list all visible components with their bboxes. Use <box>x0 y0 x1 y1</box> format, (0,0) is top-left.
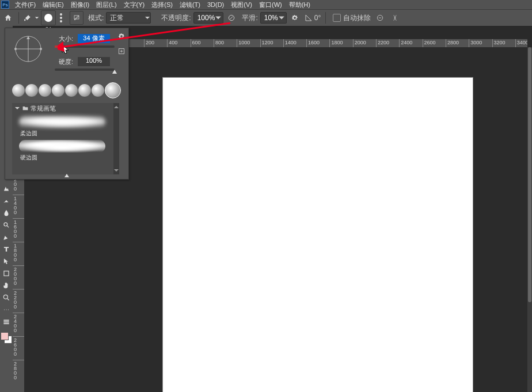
scroll-down-icon[interactable] <box>113 168 119 173</box>
edit-toolbar-button[interactable] <box>1 317 12 327</box>
mode-label: 模式: <box>88 13 104 23</box>
ruler-tick: 3000 <box>469 39 493 47</box>
brush-settings-button[interactable] <box>70 11 83 25</box>
brush-options-button[interactable] <box>118 33 125 41</box>
brush-angle-preview[interactable] <box>13 34 43 64</box>
brush-tip[interactable] <box>65 84 78 97</box>
foreground-color-swatch[interactable] <box>1 332 9 340</box>
brush-tool-icon[interactable] <box>21 12 34 24</box>
angle-control[interactable]: 0° <box>305 14 321 22</box>
brush-tip[interactable] <box>78 84 91 97</box>
brush-tip[interactable] <box>39 84 51 97</box>
brush-dot-icon <box>44 14 52 22</box>
brush-tip[interactable] <box>92 84 104 97</box>
smoothing-input[interactable]: 10% <box>260 12 287 24</box>
hand-tool[interactable] <box>1 280 12 291</box>
divider <box>18 12 19 24</box>
menu-filter[interactable]: 滤镜(T) <box>176 0 204 9</box>
hardness-label: 硬度: <box>47 58 73 66</box>
menu-type[interactable]: 文字(Y) <box>120 0 149 9</box>
dodge-tool[interactable] <box>1 220 12 230</box>
brush-preview-button[interactable]: 34 <box>41 10 56 25</box>
ruler-tick: 2600 <box>423 39 447 47</box>
scrollbar-thumb[interactable] <box>528 47 531 302</box>
ruler-tick: 400 <box>167 39 192 47</box>
size-slider-handle[interactable] <box>60 47 65 51</box>
hardness-slider-handle[interactable] <box>112 70 117 74</box>
new-brush-button[interactable] <box>118 48 125 56</box>
hardness-slider-track[interactable] <box>55 68 115 71</box>
menu-help[interactable]: 帮助(H) <box>286 0 314 9</box>
symmetry-button[interactable] <box>389 12 401 24</box>
svg-rect-9 <box>3 320 9 321</box>
ruler-tick: 600 <box>191 39 215 47</box>
svg-point-16 <box>40 48 42 50</box>
ruler-tick: 200 <box>144 39 169 47</box>
mode-value: 正常 <box>110 13 145 23</box>
options-bar: 34 模式: 正常 不透明度: 100% 平滑: 10% 0° 自动抹除 <box>0 9 532 26</box>
svg-rect-10 <box>3 321 9 322</box>
smoothing-label: 平滑: <box>242 13 257 23</box>
type-tool[interactable] <box>1 244 12 254</box>
brush-tip-selected[interactable] <box>105 82 121 98</box>
home-button[interactable] <box>0 10 16 26</box>
zoom-tool[interactable] <box>1 292 12 303</box>
brush-preset-label: 硬边圆 <box>20 154 119 162</box>
blur-tool[interactable] <box>1 208 12 218</box>
svg-point-6 <box>4 309 5 310</box>
menu-image[interactable]: 图像(I) <box>67 0 93 9</box>
smoothing-options-button[interactable] <box>289 12 301 24</box>
svg-point-15 <box>14 48 17 50</box>
ruler-tick: 1200 <box>260 39 285 47</box>
pressure-opacity-button[interactable] <box>226 12 237 24</box>
ruler-tick: 2200 <box>376 39 401 47</box>
tool-preset-dropdown[interactable] <box>34 16 40 20</box>
mode-select[interactable]: 正常 <box>106 12 151 24</box>
menu-edit[interactable]: 编辑(E) <box>39 0 67 9</box>
menu-layer[interactable]: 图层(L) <box>93 0 120 9</box>
app-logo: Ps <box>1 1 9 9</box>
brush-tip-strip <box>12 83 121 97</box>
size-label: 大小: <box>47 35 73 43</box>
pressure-size-button[interactable] <box>374 12 386 24</box>
brush-list-scrollbar[interactable] <box>113 103 119 174</box>
brush-preset-hard-round[interactable] <box>19 140 105 153</box>
opacity-label: 不透明度: <box>161 13 191 23</box>
document-canvas[interactable] <box>162 77 473 392</box>
svg-rect-4 <box>4 271 9 276</box>
size-input[interactable]: 34 像素 <box>78 34 110 43</box>
svg-point-5 <box>3 295 7 299</box>
menu-select[interactable]: 选择(S) <box>148 0 176 9</box>
brush-folder-label: 常规画笔 <box>31 104 56 113</box>
brush-tip[interactable] <box>52 84 64 97</box>
resize-handle-icon[interactable] <box>64 174 69 177</box>
scroll-up-icon[interactable] <box>113 104 119 110</box>
clone-stamp-tool[interactable] <box>1 184 12 194</box>
menu-window[interactable]: 窗口(W) <box>256 0 286 9</box>
shape-tool[interactable] <box>1 268 12 279</box>
brush-panel-toggle[interactable] <box>57 11 65 25</box>
menu-bar: Ps 文件(F) 编辑(E) 图像(I) 图层(L) 文字(Y) 选择(S) 滤… <box>0 0 532 9</box>
opacity-input[interactable]: 100% <box>193 12 224 24</box>
smoothing-value: 10% <box>264 14 278 22</box>
menu-3d[interactable]: 3D(D) <box>204 0 227 9</box>
brush-folder[interactable]: 常规画笔 <box>12 103 119 113</box>
brush-tip[interactable] <box>25 84 38 97</box>
extras-tool[interactable] <box>1 305 12 315</box>
menu-view[interactable]: 视图(V) <box>227 0 256 9</box>
ruler-tick: 1600 <box>306 39 331 47</box>
svg-rect-11 <box>3 323 9 324</box>
brush-preset-label: 柔边圆 <box>20 130 119 138</box>
pen-tool[interactable] <box>1 232 12 242</box>
ruler-tick: 2800 <box>446 39 470 47</box>
auto-erase-checkbox[interactable]: 自动抹除 <box>333 13 371 23</box>
eraser-tool[interactable] <box>1 196 12 206</box>
hardness-input[interactable]: 100% <box>78 57 110 66</box>
path-select-tool[interactable] <box>1 256 12 267</box>
menu-file[interactable]: 文件(F) <box>12 0 39 9</box>
brush-tip[interactable] <box>12 84 25 97</box>
color-swatches[interactable] <box>1 332 12 344</box>
brush-list: 常规画笔 柔边圆 硬边圆 <box>12 103 119 174</box>
brush-preset-soft-round[interactable] <box>19 116 105 128</box>
vertical-scrollbar[interactable] <box>527 47 532 392</box>
